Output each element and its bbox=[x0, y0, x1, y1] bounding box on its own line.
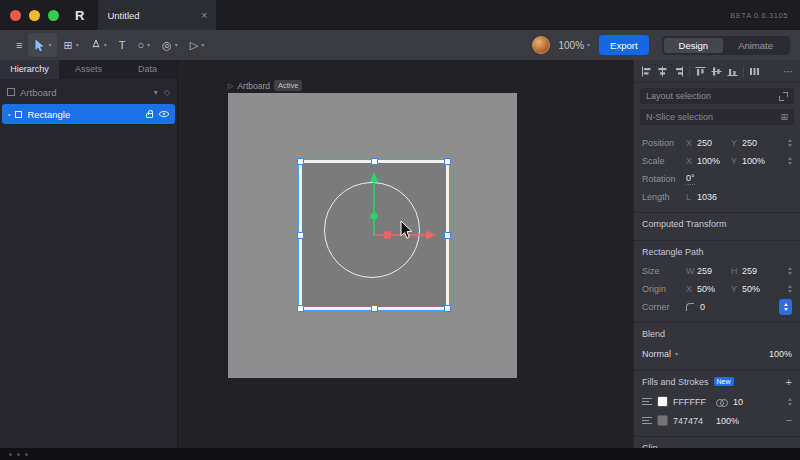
align-bottom-icon[interactable] bbox=[727, 66, 738, 77]
chevron-down-icon[interactable]: ▾ bbox=[147, 42, 150, 48]
artboard-tool-button[interactable]: ⊞ ▾ bbox=[57, 33, 84, 57]
fill-opacity-field[interactable]: 100% bbox=[716, 416, 742, 426]
chevron-down-icon[interactable]: ▾ bbox=[201, 42, 204, 48]
chevron-down-icon[interactable]: ▾ bbox=[154, 88, 158, 97]
remove-fill-icon[interactable]: − bbox=[786, 415, 792, 426]
corner-stepper-button[interactable] bbox=[779, 299, 792, 315]
blend-mode-dropdown[interactable]: Normal ▾ bbox=[642, 349, 678, 359]
user-avatar[interactable] bbox=[532, 36, 550, 54]
color-swatch[interactable] bbox=[657, 396, 668, 407]
chevron-down-icon[interactable]: ▾ bbox=[104, 42, 107, 48]
align-top-icon[interactable] bbox=[695, 66, 706, 77]
tab-assets[interactable]: Assets bbox=[59, 60, 118, 79]
stepper[interactable] bbox=[788, 139, 792, 147]
select-tool-button[interactable]: ▾ bbox=[28, 33, 57, 57]
blend-label: Blend bbox=[642, 329, 665, 339]
length-field[interactable]: 1036 bbox=[697, 192, 731, 202]
position-y-field[interactable]: 250 bbox=[742, 138, 776, 148]
selection-handle-s[interactable] bbox=[371, 305, 378, 312]
stepper[interactable] bbox=[788, 285, 792, 293]
tree-row-actions bbox=[146, 110, 169, 118]
selection-handle-n[interactable] bbox=[371, 158, 378, 165]
size-h-field[interactable]: 259 bbox=[742, 266, 776, 276]
document-tab-title: Untitled bbox=[107, 10, 139, 21]
artboard-name[interactable]: Artboard bbox=[237, 81, 270, 91]
fills-strokes-section[interactable]: Fills and Strokes New + bbox=[634, 370, 800, 392]
stroke-row[interactable]: FFFFFF 10 bbox=[634, 392, 800, 411]
selection-handle-se[interactable] bbox=[444, 305, 451, 312]
align-left-icon[interactable] bbox=[641, 66, 652, 77]
alignment-toolbar: ⋯ bbox=[634, 60, 800, 83]
tree-row-rectangle[interactable]: • Rectangle bbox=[2, 104, 175, 124]
blend-section[interactable]: Blend bbox=[634, 322, 800, 344]
layout-selection-button[interactable]: Layout selection bbox=[640, 88, 794, 104]
artboard[interactable] bbox=[228, 93, 517, 378]
tree-row-artboard[interactable]: Artboard ▾ ◇ bbox=[0, 82, 177, 102]
tab-animate[interactable]: Animate bbox=[723, 38, 788, 53]
clip-section[interactable]: Clip bbox=[634, 436, 800, 448]
rotation-field[interactable]: 0° bbox=[686, 173, 695, 185]
chevron-down-icon[interactable]: ▾ bbox=[76, 42, 79, 48]
bone-tool-button[interactable]: ◎ ▾ bbox=[156, 33, 184, 57]
align-middle-v-icon[interactable] bbox=[711, 66, 722, 77]
window-zoom-button[interactable] bbox=[48, 10, 59, 21]
lock-icon[interactable] bbox=[146, 113, 153, 118]
menu-button[interactable]: ≡ bbox=[10, 33, 28, 57]
play-tool-button[interactable]: ▷ ▾ bbox=[184, 33, 210, 57]
color-hex-field[interactable]: 747474 bbox=[673, 416, 711, 426]
position-x-field[interactable]: 250 bbox=[697, 138, 731, 148]
artboard-header[interactable]: ▷ Artboard Active bbox=[228, 80, 302, 91]
text-tool-button[interactable]: T bbox=[113, 33, 132, 57]
selection-handle-w[interactable] bbox=[297, 232, 304, 239]
blend-opacity-field[interactable]: 100% bbox=[769, 349, 792, 359]
chevron-down-icon[interactable]: ▾ bbox=[48, 42, 51, 48]
selected-rectangle[interactable] bbox=[299, 160, 449, 310]
eye-icon[interactable] bbox=[159, 111, 169, 117]
selection-handle-ne[interactable] bbox=[444, 158, 451, 165]
scale-row: Scale X 100% Y 100% bbox=[634, 152, 800, 170]
chevron-down-icon[interactable]: ▾ bbox=[175, 42, 178, 48]
rotation-row: Rotation 0° bbox=[634, 170, 800, 188]
add-fill-icon[interactable]: + bbox=[786, 376, 792, 388]
distribute-icon[interactable] bbox=[749, 66, 760, 77]
nslice-selection-button[interactable]: N-Slice selection ⊞ bbox=[640, 109, 794, 125]
export-button[interactable]: Export bbox=[599, 35, 648, 55]
window-close-button[interactable] bbox=[10, 10, 21, 21]
inner-circle-shape[interactable] bbox=[324, 182, 420, 278]
color-hex-field[interactable]: FFFFFF bbox=[673, 397, 711, 407]
stepper[interactable] bbox=[788, 398, 792, 406]
stroke-options-icon[interactable] bbox=[642, 398, 652, 405]
scale-y-field[interactable]: 100% bbox=[742, 156, 776, 166]
origin-y-field[interactable]: 50% bbox=[742, 284, 776, 294]
tab-close-icon[interactable]: × bbox=[201, 9, 207, 21]
tab-hierarchy[interactable]: Hierarchy bbox=[0, 60, 59, 79]
document-tab[interactable]: Untitled × bbox=[98, 0, 216, 30]
shape-tool-button[interactable]: ○ ▾ bbox=[131, 33, 156, 57]
canvas[interactable]: ▷ Artboard Active bbox=[178, 60, 633, 448]
selection-handle-nw[interactable] bbox=[297, 158, 304, 165]
more-icon[interactable]: ⋯ bbox=[783, 66, 793, 77]
tab-data[interactable]: Data bbox=[118, 60, 177, 79]
pen-tool-button[interactable]: ▾ bbox=[85, 33, 113, 57]
origin-x-field[interactable]: 50% bbox=[697, 284, 731, 294]
stepper[interactable] bbox=[788, 157, 792, 165]
align-right-icon[interactable] bbox=[673, 66, 684, 77]
window-minimize-button[interactable] bbox=[29, 10, 40, 21]
size-w-field[interactable]: 259 bbox=[697, 266, 731, 276]
link-icon[interactable] bbox=[716, 398, 728, 406]
fill-row[interactable]: 747474 100% − bbox=[634, 411, 800, 430]
align-center-h-icon[interactable] bbox=[657, 66, 668, 77]
fill-options-icon[interactable] bbox=[642, 417, 652, 424]
scale-x-field[interactable]: 100% bbox=[697, 156, 731, 166]
stepper[interactable] bbox=[788, 267, 792, 275]
corner-field[interactable]: 0 bbox=[700, 302, 734, 312]
rectangle-path-section[interactable]: Rectangle Path bbox=[634, 240, 800, 262]
stroke-thickness-field[interactable]: 10 bbox=[733, 397, 759, 407]
computed-transform-section[interactable]: Computed Transform bbox=[634, 212, 800, 234]
color-swatch[interactable] bbox=[657, 415, 668, 426]
tab-design[interactable]: Design bbox=[664, 38, 724, 53]
selection-handle-e[interactable] bbox=[444, 232, 451, 239]
zoom-control[interactable]: 100% ▾ bbox=[559, 40, 591, 51]
selection-handle-sw[interactable] bbox=[297, 305, 304, 312]
tag-icon[interactable]: ◇ bbox=[164, 88, 170, 97]
